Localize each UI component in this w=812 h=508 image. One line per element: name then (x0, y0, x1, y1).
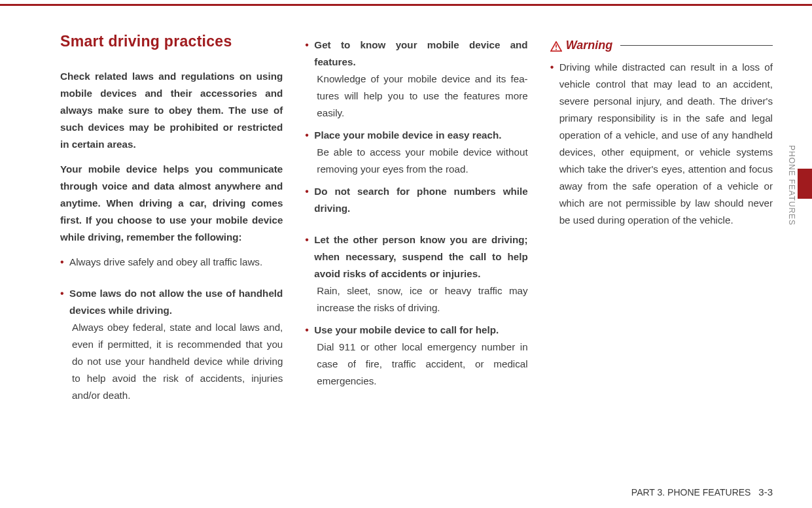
bullet-bold: Do not search for phone numbers while dr… (314, 186, 527, 214)
side-tab (798, 169, 812, 199)
bullet-item: Do not search for phone numbers while dr… (305, 183, 527, 217)
bullet-bold: Some laws do not allow the use of hand­h… (69, 288, 283, 316)
top-bar (0, 4, 812, 6)
bullet-item: Place your mobile device in easy reach. … (305, 127, 527, 178)
warning-text: Driving while distracted can result in a… (559, 61, 773, 226)
footer-page: 3-3 (758, 486, 773, 498)
column-3: Warning Driving while distracted can res… (550, 33, 773, 482)
svg-point-2 (556, 48, 557, 50)
bullet-item: Some laws do not allow the use of hand­h… (60, 285, 283, 404)
warning-title: Warning (566, 37, 613, 54)
bullet-sub: Always obey federal, state and local law… (69, 319, 283, 404)
warning-bullet: Driving while distracted can result in a… (550, 59, 773, 229)
intro-paragraph-2: Your mobile device helps you communi­cat… (60, 161, 283, 246)
warning-icon (550, 40, 562, 50)
bullet-item: Always drive safely and obey all traffic… (60, 254, 283, 271)
vertical-section-label: PHONE FEATURES (787, 145, 796, 226)
page-content: Smart driving practices Check related la… (60, 33, 773, 482)
bullet-bold: Let the other person know you are driv­i… (314, 234, 527, 279)
warning-rule (620, 45, 773, 46)
intro-paragraph-1: Check related laws and regulations on us… (60, 68, 283, 153)
bullet-text: Always drive safely and obey all traffic… (69, 256, 262, 267)
bullet-bold: Use your mobile device to call for help. (314, 324, 499, 335)
footer-part: PART 3. PHONE FEATURES (631, 487, 751, 498)
column-2: Get to know your mobile device and featu… (305, 33, 527, 482)
warning-header: Warning (550, 37, 773, 54)
page-footer: PART 3. PHONE FEATURES 3-3 (631, 486, 773, 498)
bullet-sub: Rain, sleet, snow, ice or heavy traffic … (314, 282, 527, 316)
bullet-item: Use your mobile device to call for help.… (305, 322, 527, 390)
bullet-sub: Knowledge of your mobile device and its … (314, 71, 527, 122)
section-title: Smart driving practices (60, 33, 283, 50)
bullet-sub: Be able to access your mobile device wit… (314, 144, 527, 178)
bullet-item: Let the other person know you are driv­i… (305, 231, 527, 316)
column-1: Smart driving practices Check related la… (60, 33, 283, 482)
bullet-item: Get to know your mobile device and featu… (305, 37, 527, 122)
bullet-bold: Get to know your mobile device and featu… (314, 39, 527, 67)
bullet-bold: Place your mobile device in easy reach. (314, 129, 501, 141)
bullet-sub: Dial 911 or other local emergency number… (314, 339, 527, 390)
